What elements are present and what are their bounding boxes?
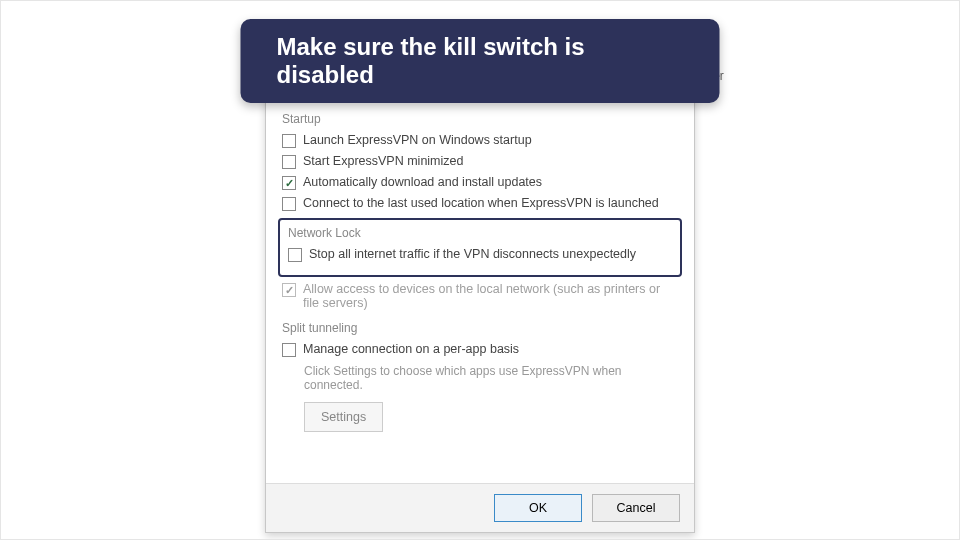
- split-tunneling-hint: Click Settings to choose which apps use …: [304, 364, 678, 392]
- ok-button[interactable]: OK: [494, 494, 582, 522]
- connect-last-location-label: Connect to the last used location when E…: [303, 196, 659, 210]
- options-dialog: General Account Advanced Protection Prot…: [265, 57, 695, 533]
- per-app-checkbox[interactable]: [282, 343, 296, 357]
- split-tunneling-section-title: Split tunneling: [282, 321, 678, 335]
- network-lock-section-title: Network Lock: [288, 226, 672, 240]
- stop-traffic-row[interactable]: Stop all internet traffic if the VPN dis…: [288, 246, 672, 263]
- connect-last-location-row[interactable]: Connect to the last used location when E…: [282, 195, 678, 212]
- local-network-access-checkbox: [282, 283, 296, 297]
- launch-on-startup-label: Launch ExpressVPN on Windows startup: [303, 133, 532, 147]
- auto-updates-label: Automatically download and install updat…: [303, 175, 542, 189]
- startup-section-title: Startup: [282, 112, 678, 126]
- dialog-footer: OK Cancel: [266, 483, 694, 532]
- launch-on-startup-row[interactable]: Launch ExpressVPN on Windows startup: [282, 132, 678, 149]
- stop-traffic-label: Stop all internet traffic if the VPN dis…: [309, 247, 636, 261]
- auto-updates-row[interactable]: Automatically download and install updat…: [282, 174, 678, 191]
- start-minimized-label: Start ExpressVPN minimized: [303, 154, 463, 168]
- auto-updates-checkbox[interactable]: [282, 176, 296, 190]
- instruction-callout: Make sure the kill switch is disabled: [241, 19, 720, 103]
- connect-last-location-checkbox[interactable]: [282, 197, 296, 211]
- local-network-access-row: Allow access to devices on the local net…: [282, 281, 678, 311]
- start-minimized-checkbox[interactable]: [282, 155, 296, 169]
- kill-switch-highlight: Network Lock Stop all internet traffic i…: [278, 218, 682, 277]
- local-network-access-label: Allow access to devices on the local net…: [303, 282, 678, 310]
- per-app-row[interactable]: Manage connection on a per-app basis: [282, 341, 678, 358]
- cancel-button[interactable]: Cancel: [592, 494, 680, 522]
- stop-traffic-checkbox[interactable]: [288, 248, 302, 262]
- start-minimized-row[interactable]: Start ExpressVPN minimized: [282, 153, 678, 170]
- split-tunneling-settings-button[interactable]: Settings: [304, 402, 383, 432]
- per-app-label: Manage connection on a per-app basis: [303, 342, 519, 356]
- dialog-body: Startup Launch ExpressVPN on Windows sta…: [266, 88, 694, 483]
- launch-on-startup-checkbox[interactable]: [282, 134, 296, 148]
